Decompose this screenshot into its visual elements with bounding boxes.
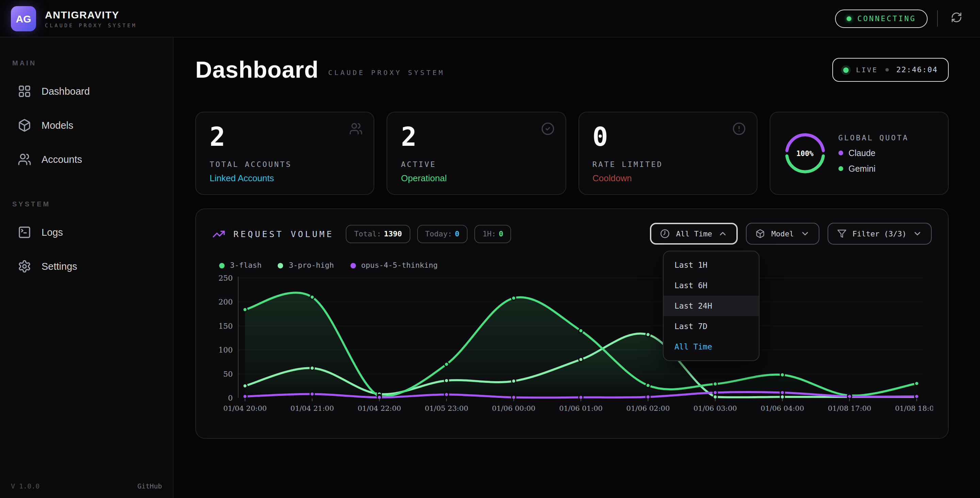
legend-3-pro-high: 3-pro-high xyxy=(278,261,334,270)
chevron-down-icon xyxy=(913,229,922,238)
stat-label: ACTIVE xyxy=(401,160,552,169)
svg-text:200: 200 xyxy=(218,298,233,306)
stat-sub: Linked Accounts xyxy=(210,173,360,183)
live-separator-dot xyxy=(885,68,889,72)
legend-label: Claude xyxy=(849,148,875,158)
chip-value: 0 xyxy=(455,229,460,238)
svg-text:150: 150 xyxy=(218,322,233,330)
legend-label: Gemini xyxy=(849,164,875,173)
sidebar-item-label: Accounts xyxy=(41,154,82,165)
dropdown-option-last-7d[interactable]: Last 7D xyxy=(663,316,759,337)
top-header: AG ANTIGRAVITY CLAUDE PROXY SYSTEM CONNE… xyxy=(0,0,980,37)
app-logo: AG xyxy=(11,6,36,31)
chevron-down-icon xyxy=(800,229,810,238)
stat-value: 2 xyxy=(210,123,360,152)
live-badge: LIVE 22:46:04 xyxy=(832,58,949,82)
quota-percent: 100% xyxy=(784,132,826,174)
sidebar-item-label: Logs xyxy=(41,227,63,238)
filter-dropdown-button[interactable]: Filter (3/3) xyxy=(827,223,932,244)
total-chip: Total:1390 xyxy=(346,225,410,243)
page-subtitle: CLAUDE PROXY SYSTEM xyxy=(328,69,445,76)
users-icon xyxy=(350,122,363,136)
stat-sub: Cooldown xyxy=(592,173,743,183)
time-range-dropdown-button[interactable]: All Time xyxy=(650,223,738,244)
live-label: LIVE xyxy=(856,66,878,73)
quota-legend-claude: Claude xyxy=(838,148,909,158)
brand-block: ANTIGRAVITY CLAUDE PROXY SYSTEM xyxy=(45,8,137,28)
sidebar: MAIN Dashboard Models xyxy=(0,37,173,498)
stat-value: 0 xyxy=(592,123,743,152)
dropdown-option-last-24h[interactable]: Last 24H xyxy=(663,296,759,316)
sidebar-item-logs[interactable]: Logs xyxy=(11,217,162,247)
hour-chip: 1H:0 xyxy=(474,225,511,243)
app-title: ANTIGRAVITY xyxy=(45,8,137,20)
sidebar-section-system: SYSTEM xyxy=(12,200,162,208)
request-volume-panel: REQUEST VOLUME Total:1390 Today:0 1H:0 xyxy=(195,209,949,439)
trending-up-icon xyxy=(212,227,225,240)
svg-text:100: 100 xyxy=(218,346,233,354)
terminal-icon xyxy=(18,225,31,239)
quota-label: GLOBAL QUOTA xyxy=(838,133,909,142)
sidebar-item-settings[interactable]: Settings xyxy=(11,251,162,281)
request-volume-chart: 05010015020025001/04 20:0001/04 21:0001/… xyxy=(212,273,933,417)
svg-text:01/08 18:00: 01/08 18:00 xyxy=(895,404,933,412)
stat-sub: Operational xyxy=(401,173,552,183)
panel-title: REQUEST VOLUME xyxy=(234,228,334,239)
check-circle-icon xyxy=(541,122,554,136)
refresh-button[interactable] xyxy=(947,10,965,27)
page-title: Dashboard xyxy=(195,58,318,81)
sidebar-item-label: Dashboard xyxy=(41,86,90,97)
svg-text:01/06 03:00: 01/06 03:00 xyxy=(694,404,737,412)
github-link[interactable]: GitHub xyxy=(137,482,162,490)
legend-3-flash: 3-flash xyxy=(219,261,262,270)
sidebar-item-dashboard[interactable]: Dashboard xyxy=(11,76,162,106)
svg-text:50: 50 xyxy=(223,370,233,378)
series-label: 3-flash xyxy=(230,261,262,270)
stat-label: RATE LIMITED xyxy=(592,160,743,169)
funnel-icon xyxy=(837,229,846,238)
users-icon xyxy=(18,153,31,166)
series-dot xyxy=(278,263,283,268)
sidebar-item-label: Settings xyxy=(41,261,77,272)
svg-text:250: 250 xyxy=(218,274,233,283)
app-subtitle: CLAUDE PROXY SYSTEM xyxy=(45,22,137,28)
dropdown-option-last-1h[interactable]: Last 1H xyxy=(663,255,759,275)
main-content: Dashboard CLAUDE PROXY SYSTEM LIVE 22:46… xyxy=(173,37,980,498)
svg-text:01/06 02:00: 01/06 02:00 xyxy=(627,404,670,412)
status-label: CONNECTING xyxy=(858,14,916,23)
gear-icon xyxy=(18,260,31,273)
card-rate-limited: 0 RATE LIMITED Cooldown xyxy=(578,112,757,195)
chip-value: 1390 xyxy=(384,229,402,238)
dropdown-option-last-6h[interactable]: Last 6H xyxy=(663,275,759,296)
svg-text:01/06 00:00: 01/06 00:00 xyxy=(492,404,536,412)
gemini-dot xyxy=(838,166,843,171)
live-dot xyxy=(843,67,849,73)
series-label: 3-pro-high xyxy=(289,261,334,270)
cube-icon xyxy=(18,118,31,132)
refresh-icon xyxy=(950,11,962,26)
connection-status-pill: CONNECTING xyxy=(835,9,928,27)
chip-label: Today: xyxy=(425,229,452,238)
svg-text:0: 0 xyxy=(228,394,233,402)
dropdown-option-all-time[interactable]: All Time xyxy=(663,337,759,357)
model-value: Model xyxy=(772,229,794,238)
model-dropdown-button[interactable]: Model xyxy=(746,223,819,244)
chip-label: 1H: xyxy=(482,229,496,238)
svg-text:01/05 23:00: 01/05 23:00 xyxy=(425,404,468,412)
card-active: 2 ACTIVE Operational xyxy=(387,112,566,195)
sidebar-item-label: Models xyxy=(41,120,73,131)
sidebar-item-accounts[interactable]: Accounts xyxy=(11,144,162,174)
svg-text:01/04 20:00: 01/04 20:00 xyxy=(223,404,267,412)
today-chip: Today:0 xyxy=(417,225,468,243)
grid-icon xyxy=(18,85,31,98)
chip-value: 0 xyxy=(499,229,503,238)
card-global-quota: 100% GLOBAL QUOTA Claude Gemini xyxy=(770,112,949,195)
clock-icon xyxy=(660,229,670,238)
live-clock: 22:46:04 xyxy=(896,65,938,74)
time-range-dropdown-menu: Last 1H Last 6H Last 24H Last 7D All Tim… xyxy=(663,251,759,361)
svg-text:01/06 04:00: 01/06 04:00 xyxy=(760,404,804,412)
chip-label: Total: xyxy=(354,229,382,238)
series-dot xyxy=(350,263,356,268)
card-total-accounts: 2 TOTAL ACCOUNTS Linked Accounts xyxy=(195,112,375,195)
sidebar-item-models[interactable]: Models xyxy=(11,110,162,140)
